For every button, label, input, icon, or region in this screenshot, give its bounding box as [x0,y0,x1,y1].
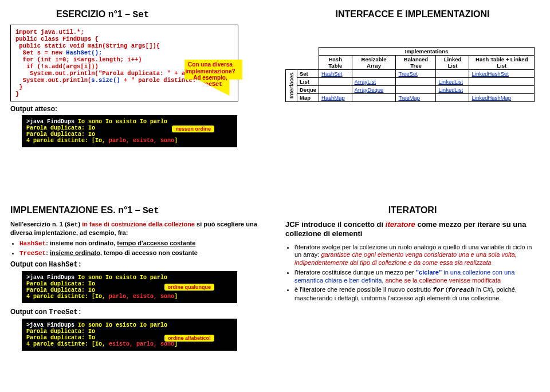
code-line: } [15,84,233,91]
table-row: Deque ArrayDeque LinkedList [286,86,535,94]
link[interactable]: LinkedHashSet [472,70,508,77]
code-line: import java.util.*; [15,29,233,36]
list-item: TreeSet: insieme ordinato, tempo di acce… [19,249,265,258]
callout-any-order: ordine qualunque [164,284,215,291]
table-row: Map HashMap TreeMap LinkedHashMap [286,94,535,102]
list-item: l'iteratore costituisce dunque un mezzo … [294,269,540,285]
intro-text: Nell'esercizio n. 1 (Set) in fase di cos… [10,221,265,237]
code-line: Set s = new HashSet(); [15,49,233,56]
bullet-list: l'iteratore svolge per la collezione un … [285,244,540,303]
code-line: public static void main(String args[]){ [15,42,233,49]
interfaces-table: Implementations Hash Table Resizable Arr… [285,47,535,102]
bullet-list: HashSet: insieme non ordinato, tempo d'a… [10,240,265,258]
link[interactable]: LinkedHashMap [472,95,511,101]
slide-interfaces: INTERFACCE E IMPLEMENTAZIONI Implementat… [275,0,550,196]
output-label-hashset: Output con HashSet: [10,260,265,269]
code-line: } [15,91,233,97]
link[interactable]: LinkedList [438,79,463,85]
link[interactable]: ArrayList [355,79,376,85]
code-box: import java.util.*; public class FindDup… [10,25,238,101]
link[interactable]: TreeMap [398,95,420,101]
lead-text: JCF introduce il concetto di iteratore c… [285,220,540,239]
table-row: Interfaces Set HashSet TreeSet LinkedHas… [286,70,535,78]
list-item: è l'iteratore che rende possibile il nuo… [294,286,540,303]
link[interactable]: TreeSet [398,70,417,77]
slide-title: ITERATORI [285,205,540,215]
table-row: List ArrayList LinkedList [286,78,535,86]
slide-implementazione: IMPLEMENTAZIONE ES. n°1 – Set Nell'eserc… [0,196,275,392]
table-header: Implementations [319,48,535,56]
slide-title: IMPLEMENTAZIONE ES. n°1 – Set [10,205,265,216]
output-label-treeset: Output con TreeSet: [10,308,265,316]
link[interactable]: HashSet [321,70,342,77]
code-line: public class FindDups { [15,36,233,42]
list-item: l'iteratore svolge per la collezione un … [294,244,540,267]
slide-esercizio-set: ESERCIZIO n°1 – Set import java.util.*; … [0,0,275,196]
table-header-row: Hash Table Resizable Array Balanced Tree… [286,56,535,70]
slide-iteratori: ITERATORI JCF introduce il concetto di i… [275,196,550,392]
console-hashset: >java FindDups Io sono Io esisto Io parl… [22,271,237,303]
link[interactable]: HashMap [321,95,345,101]
console-treeset: >java FindDups Io sono Io esisto Io parl… [22,319,237,351]
output-label: Output atteso: [10,105,265,113]
console-output: >java FindDups Io sono Io esisto Io parl… [22,115,237,147]
callout-no-order: nessun ordine [172,126,214,132]
callout-alpha-order: ordine alfabetico! [164,335,214,342]
link[interactable]: ArrayDeque [355,87,384,93]
slide-title: INTERFACCE E IMPLEMENTAZIONI [285,9,540,19]
slide-title: ESERCIZIO n°1 – Set [56,9,265,20]
list-item: HashSet: insieme non ordinato, tempo d'a… [19,240,265,248]
link[interactable]: LinkedList [438,87,463,93]
